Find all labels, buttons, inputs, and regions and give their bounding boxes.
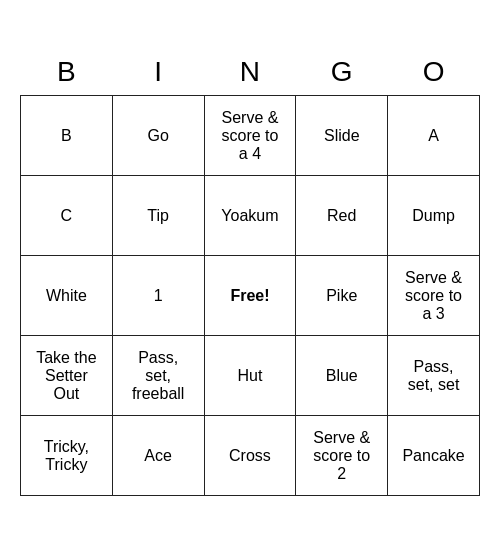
bingo-row-2: White1Free!PikeServe &score toa 3 [21,256,480,336]
bingo-cell-0-4: A [388,96,480,176]
bingo-cell-3-1: Pass,set,freeball [112,336,204,416]
bingo-header-g: G [296,48,388,96]
bingo-cell-0-1: Go [112,96,204,176]
bingo-cell-3-2: Hut [204,336,296,416]
bingo-cell-4-0: Tricky,Tricky [21,416,113,496]
bingo-cell-4-1: Ace [112,416,204,496]
bingo-cell-4-4: Pancake [388,416,480,496]
bingo-cell-4-2: Cross [204,416,296,496]
bingo-cell-2-2: Free! [204,256,296,336]
bingo-cell-3-0: Take theSetterOut [21,336,113,416]
bingo-cell-2-3: Pike [296,256,388,336]
bingo-cell-2-1: 1 [112,256,204,336]
bingo-header-i: I [112,48,204,96]
bingo-cell-4-3: Serve &score to2 [296,416,388,496]
bingo-cell-1-3: Red [296,176,388,256]
bingo-cell-0-3: Slide [296,96,388,176]
bingo-header-n: N [204,48,296,96]
bingo-cell-1-0: C [21,176,113,256]
bingo-row-3: Take theSetterOutPass,set,freeballHutBlu… [21,336,480,416]
bingo-row-4: Tricky,TrickyAceCrossServe &score to2Pan… [21,416,480,496]
bingo-header-o: O [388,48,480,96]
bingo-cell-2-0: White [21,256,113,336]
bingo-cell-1-1: Tip [112,176,204,256]
bingo-header-b: B [21,48,113,96]
bingo-cell-3-4: Pass,set, set [388,336,480,416]
bingo-row-0: BGoServe &score toa 4SlideA [21,96,480,176]
bingo-cell-1-4: Dump [388,176,480,256]
bingo-row-1: CTipYoakumRedDump [21,176,480,256]
bingo-card: BINGO BGoServe &score toa 4SlideACTipYoa… [20,48,480,497]
bingo-cell-0-0: B [21,96,113,176]
bingo-cell-1-2: Yoakum [204,176,296,256]
bingo-cell-3-3: Blue [296,336,388,416]
bingo-cell-2-4: Serve &score toa 3 [388,256,480,336]
bingo-cell-0-2: Serve &score toa 4 [204,96,296,176]
